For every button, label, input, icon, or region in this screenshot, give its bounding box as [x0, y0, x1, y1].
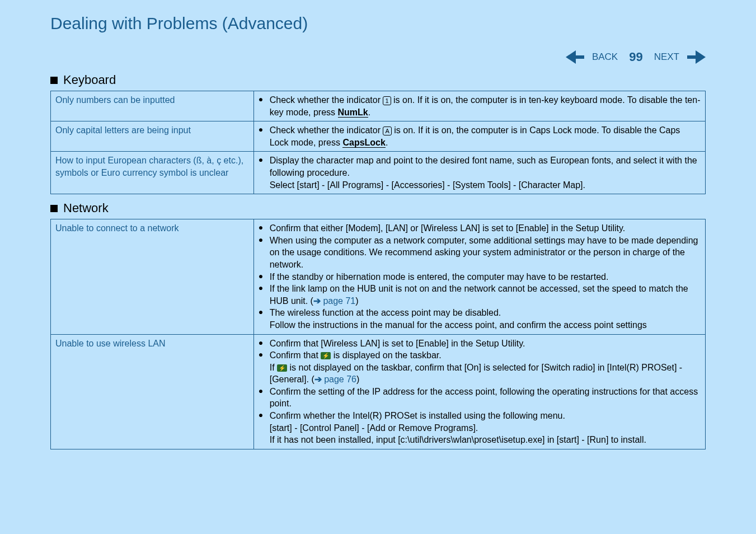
table-row: Only capital letters are being input Che… [51, 121, 706, 152]
list-item: If the link lamp on the HUB unit is not … [259, 283, 701, 307]
page-number: 99 [629, 50, 642, 64]
list-item: Confirm whether the Intel(R) PROSet is i… [259, 410, 701, 446]
solution-cell: Check whether the indicator A is on. If … [253, 121, 705, 152]
list-item: If the standby or hibernation mode is en… [259, 271, 701, 283]
page-71-link[interactable]: page 71 [323, 296, 355, 306]
list-item: The wireless function at the access poin… [259, 307, 701, 331]
list-item: When using the computer as a network com… [259, 235, 701, 271]
numlk-key: NumLk [338, 107, 368, 118]
list-item: Check whether the indicator A is on. If … [259, 124, 701, 148]
problem-cell: How to input European characters (ß, à, … [51, 152, 254, 194]
wireless-taskbar-icon: ⚡ [277, 364, 287, 372]
arrow-right-icon: ➔ [314, 374, 324, 384]
network-section-heading: Network [50, 201, 706, 216]
list-item: Confirm that [Wireless LAN] is set to [E… [259, 338, 701, 350]
problem-cell: Only numbers can be inputted [51, 91, 254, 121]
table-row: Only numbers can be inputted Check wheth… [51, 91, 706, 121]
problem-cell: Only capital letters are being input [51, 121, 254, 152]
solution-cell: Display the character map and point to t… [253, 152, 705, 194]
list-item: Confirm the setting of the IP address fo… [259, 386, 701, 410]
next-button[interactable] [687, 50, 706, 64]
back-button[interactable] [566, 50, 584, 64]
indicator-1-icon: 1 [383, 96, 391, 105]
back-label[interactable]: BACK [592, 51, 618, 63]
list-item: Display the character map and point to t… [259, 154, 701, 191]
indicator-a-icon: A [383, 127, 391, 135]
keyboard-section-heading: Keyboard [50, 73, 706, 87]
arrow-right-icon [696, 50, 706, 64]
network-heading: Network [63, 201, 109, 216]
network-table: Unable to connect to a network Confirm t… [50, 219, 706, 449]
table-row: Unable to use wireless LAN Confirm that … [51, 334, 706, 449]
table-row: How to input European characters (ß, à, … [51, 152, 706, 194]
page-76-link[interactable]: page 76 [324, 374, 356, 384]
solution-cell: Check whether the indicator 1 is on. If … [253, 91, 705, 121]
square-bullet-icon [50, 77, 58, 84]
arrow-stem [575, 55, 584, 59]
top-navigation: BACK 99 NEXT [50, 50, 706, 64]
table-row: Unable to connect to a network Confirm t… [51, 219, 706, 334]
capslock-key: CapsLock [342, 138, 385, 148]
next-label[interactable]: NEXT [654, 51, 679, 63]
solution-cell: Confirm that either [Modem], [LAN] or [W… [253, 219, 705, 334]
page-title: Dealing with Problems (Advanced) [50, 14, 706, 33]
list-item: Confirm that ⚡ is displayed on the taskb… [259, 349, 701, 386]
solution-cell: Confirm that [Wireless LAN] is set to [E… [253, 334, 705, 449]
keyboard-heading: Keyboard [63, 73, 116, 87]
wireless-taskbar-icon: ⚡ [321, 352, 331, 359]
arrow-right-icon: ➔ [313, 296, 323, 306]
list-item: Confirm that either [Modem], [LAN] or [W… [259, 222, 701, 235]
problem-cell: Unable to use wireless LAN [51, 334, 254, 449]
keyboard-table: Only numbers can be inputted Check wheth… [50, 91, 706, 194]
problem-cell: Unable to connect to a network [51, 219, 254, 334]
list-item: Check whether the indicator 1 is on. If … [259, 94, 701, 118]
square-bullet-icon [50, 205, 58, 212]
